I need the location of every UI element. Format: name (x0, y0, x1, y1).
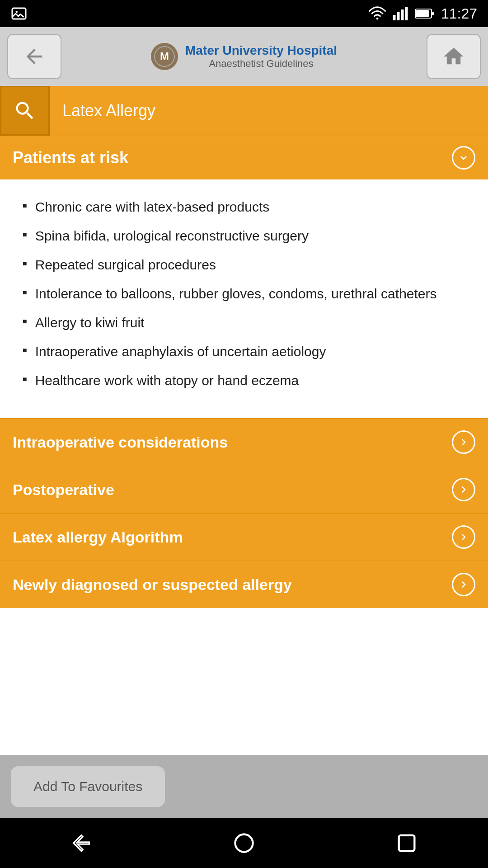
add-to-favourites-button[interactable]: Add To Favourites (11, 766, 165, 807)
svg-rect-9 (432, 12, 434, 15)
bullet-list: Chronic care with latex-based products S… (23, 198, 465, 390)
list-item: Intraoperative anaphylaxis of uncertain … (23, 342, 465, 361)
list-item: Intolerance to balloons, rubber gloves, … (23, 284, 465, 303)
back-nav-button[interactable] (70, 831, 93, 855)
hospital-logo: M (151, 43, 178, 70)
chevron-right-icon-4 (452, 573, 475, 596)
intraoperative-considerations-label: Intraoperative considerations (13, 434, 228, 451)
svg-text:M: M (160, 50, 169, 62)
photo-icon (11, 5, 27, 22)
crest-icon: M (154, 46, 175, 67)
intraoperative-considerations-item[interactable]: Intraoperative considerations (0, 418, 488, 466)
svg-rect-8 (416, 10, 429, 17)
newly-diagnosed-label: Newly diagnosed or suspected allergy (13, 576, 292, 594)
footer: Add To Favourites (0, 755, 488, 818)
back-triangle-icon (70, 831, 93, 855)
nav-title: M Mater University Hospital Anaesthetist… (61, 43, 427, 70)
battery-icon (415, 7, 435, 20)
latex-allergy-algorithm-item[interactable]: Latex allergy Algorithm (0, 513, 488, 561)
chevron-down-icon (452, 146, 475, 170)
chevron-right-icon-1 (452, 430, 475, 454)
latex-allergy-algorithm-label: Latex allergy Algorithm (13, 528, 183, 546)
svg-rect-13 (399, 835, 415, 851)
content-spacer (0, 608, 488, 755)
list-item: Chronic care with latex-based products (23, 198, 465, 217)
list-item: Allergy to kiwi fruit (23, 313, 465, 332)
list-item: Healthcare work with atopy or hand eczem… (23, 371, 465, 390)
svg-rect-5 (401, 9, 404, 20)
svg-rect-6 (405, 7, 408, 20)
postoperative-item[interactable]: Postoperative (0, 466, 488, 513)
list-item: Repeated surgical procedures (23, 255, 465, 274)
signal-icon (392, 5, 408, 22)
status-time: 11:27 (441, 5, 477, 22)
home-icon (442, 45, 465, 68)
bottom-nav-bar (0, 818, 488, 868)
circle-icon (232, 831, 256, 855)
status-bar: 11:27 (0, 0, 488, 27)
search-bar: Latex Allergy (0, 86, 488, 136)
square-icon (395, 831, 418, 855)
postoperative-label: Postoperative (13, 481, 114, 499)
status-bar-right: 11:27 (369, 5, 477, 22)
back-arrow-icon (23, 45, 46, 68)
recent-apps-button[interactable] (395, 831, 418, 855)
home-button[interactable] (427, 34, 481, 79)
nav-title-text: Mater University Hospital Anaesthetist G… (185, 43, 337, 70)
svg-point-1 (16, 11, 18, 13)
list-item: Spina bifida, urological reconstructive … (23, 226, 465, 245)
svg-point-12 (235, 835, 253, 852)
newly-diagnosed-item[interactable]: Newly diagnosed or suspected allergy (0, 561, 488, 608)
chevron-right-icon-3 (452, 525, 475, 549)
search-icon (13, 99, 37, 123)
svg-rect-3 (393, 15, 395, 20)
nav-bar: M Mater University Hospital Anaesthetist… (0, 27, 488, 86)
hospital-subtitle: Anaesthetist Guidelines (185, 58, 337, 70)
svg-point-2 (376, 18, 379, 20)
patients-at-risk-title: Patients at risk (13, 148, 128, 167)
patients-at-risk-content: Chronic care with latex-based products S… (0, 179, 488, 418)
status-bar-left (11, 5, 27, 22)
search-button[interactable] (0, 86, 50, 136)
back-button[interactable] (7, 34, 61, 79)
hospital-name: Mater University Hospital (185, 43, 337, 58)
svg-rect-4 (397, 12, 399, 20)
svg-rect-0 (12, 8, 26, 19)
chevron-right-icon-2 (452, 478, 475, 501)
page-title: Latex Allergy (50, 101, 155, 120)
patients-at-risk-header[interactable]: Patients at risk (0, 136, 488, 179)
wifi-icon (369, 5, 386, 22)
home-nav-button[interactable] (232, 831, 256, 855)
